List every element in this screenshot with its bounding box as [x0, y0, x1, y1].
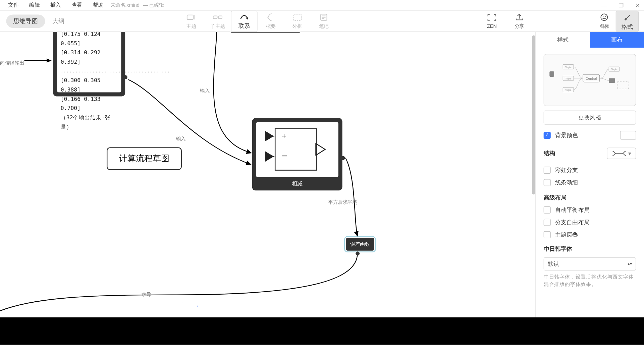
svg-text:Topic: Topic	[565, 77, 572, 80]
menu-bar: 文件 编辑 插入 查看 帮助 未命名.xmind — 已编辑 — ❐ ✕	[0, 0, 644, 11]
svg-rect-2	[218, 16, 222, 18]
smiley-icon	[599, 13, 609, 21]
btn-zen[interactable]: ZEN	[480, 11, 503, 32]
chk-overlap[interactable]	[544, 231, 551, 238]
svg-text:Topic: Topic	[611, 68, 618, 71]
input-arrow-minus-icon	[265, 151, 278, 162]
label-advanced: 高级布局	[544, 194, 636, 202]
structure-select[interactable]: ▾	[607, 147, 636, 159]
letterbox	[0, 317, 644, 345]
menu-file[interactable]: 文件	[3, 1, 24, 9]
label-input-1: 输入	[200, 87, 210, 94]
menu-edit[interactable]: 编辑	[24, 1, 45, 9]
label-structure: 结构	[544, 149, 555, 158]
format-sidebar: 样式 画布 Central Topic Topic Topic Topic 更换…	[535, 32, 644, 333]
tab-mindmap[interactable]: 思维导图	[6, 14, 45, 28]
menu-insert[interactable]: 插入	[45, 1, 66, 9]
video-subtitle: 误差函数是均方误差	[0, 297, 426, 320]
updown-icon: ▴▾	[628, 262, 632, 266]
vertical-scrollbar[interactable]	[531, 32, 535, 333]
btn-boundary[interactable]: 外框	[284, 11, 311, 32]
svg-text:Topic: Topic	[565, 88, 572, 92]
plus-icon: +	[282, 132, 286, 141]
label-taper: 线条渐细	[555, 179, 578, 187]
label-bgcolor: 背景颜色	[555, 131, 578, 139]
svg-point-6	[603, 16, 604, 17]
canvas[interactable]: [0.175 0.124 0.055] [0.314 0.292 0.392] …	[0, 32, 535, 333]
minus-icon: −	[282, 150, 287, 162]
tensor-ellipsis: ......................................	[61, 66, 118, 76]
chk-auto[interactable]	[544, 206, 551, 214]
svg-text:Topic: Topic	[565, 65, 572, 68]
menu-help[interactable]: 帮助	[88, 1, 109, 9]
label-forward-output: 向传播输出	[0, 60, 24, 66]
btn-format[interactable]: 格式	[616, 11, 639, 32]
document-name: 未命名.xmind	[111, 2, 140, 8]
btn-subtopic[interactable]: 子主题	[204, 11, 231, 32]
svg-rect-0	[187, 15, 193, 19]
label-auto: 自动平衡布局	[555, 206, 590, 214]
btn-topic[interactable]: 主题	[178, 11, 204, 32]
subtract-caption: 相减	[252, 180, 342, 187]
notes-icon	[319, 13, 329, 21]
toolbar: 思维导图 大纲 主题 子主题 联系 概要 外框 笔记	[0, 11, 644, 32]
window-minimize-icon[interactable]: —	[601, 2, 608, 9]
label-square-mean: 平方后求平均	[328, 199, 357, 205]
chk-bgcolor[interactable]	[544, 132, 551, 139]
cjk-font-select[interactable]: 默认 ▴▾	[544, 257, 636, 270]
relation-icon	[239, 13, 249, 20]
zen-icon	[487, 14, 497, 22]
label-rainbow: 彩虹分支	[555, 166, 578, 174]
port[interactable]	[341, 156, 345, 160]
chk-free[interactable]	[544, 219, 551, 226]
chk-taper[interactable]	[544, 179, 551, 186]
svg-text:Central: Central	[586, 77, 597, 80]
port[interactable]	[123, 75, 127, 79]
svg-rect-21	[609, 78, 615, 83]
tensor-row-3: [0.306 0.305 0.388]	[61, 75, 118, 94]
svg-rect-3	[293, 14, 301, 20]
tab-outline[interactable]: 大纲	[45, 14, 72, 28]
node-subtract[interactable]: + − 相减	[252, 118, 342, 190]
document-status: — 已编辑	[143, 2, 164, 8]
menu-view[interactable]: 查看	[66, 1, 88, 9]
port[interactable]	[356, 251, 360, 255]
btn-summary[interactable]: 概要	[257, 11, 284, 32]
cjk-help: 中日韩字体，设置后将优化与西文字体混合排版的字体效果。	[544, 273, 636, 288]
sidebar-tab-style[interactable]: 样式	[536, 32, 590, 48]
output-arrow-icon	[315, 143, 328, 156]
theme-thumbnail[interactable]: Central Topic Topic Topic Topic	[544, 54, 636, 106]
tensor-row-2: [0.314 0.292 0.392]	[61, 48, 118, 66]
window-maximize-icon[interactable]: ❐	[618, 2, 625, 9]
brush-icon	[622, 13, 632, 21]
tensor-row-1: [0.175 0.124 0.055]	[61, 32, 118, 48]
bgcolor-swatch[interactable]	[620, 131, 636, 139]
svg-rect-10	[550, 71, 554, 76]
change-style-button[interactable]: 更换风格	[544, 111, 636, 125]
window-close-icon[interactable]: ✕	[634, 2, 641, 9]
summary-icon	[266, 13, 276, 21]
share-icon	[515, 13, 524, 21]
node-output-tensor[interactable]: [0.175 0.124 0.055] [0.314 0.292 0.392] …	[53, 32, 125, 97]
svg-point-7	[605, 16, 606, 17]
label-input-2: 输入	[176, 136, 186, 142]
input-arrow-plus-icon	[265, 131, 278, 141]
svg-rect-1	[213, 16, 217, 18]
structure-icon	[611, 150, 627, 156]
label-derivative: 求导	[142, 291, 151, 298]
sidebar-tab-canvas[interactable]: 画布	[590, 32, 644, 48]
btn-notes[interactable]: 笔记	[311, 11, 337, 32]
btn-iconlib[interactable]: 图标	[593, 11, 616, 32]
btn-relation[interactable]: 联系	[231, 11, 257, 32]
node-flow-sketch[interactable]: 计算流程草图	[107, 147, 182, 170]
chk-rainbow[interactable]	[544, 167, 551, 174]
topic-icon	[186, 13, 196, 21]
svg-rect-9	[230, 32, 301, 33]
node-error-function[interactable]: 误差函数	[346, 238, 374, 250]
btn-share[interactable]: 分享	[508, 11, 531, 32]
tensor-row-4: [0.166 0.133 0.700]	[61, 94, 118, 113]
label-overlap: 主题层叠	[555, 231, 578, 239]
tensor-caption: （32个输出结果-张量）	[61, 113, 118, 131]
svg-rect-22	[618, 81, 629, 89]
boundary-icon	[292, 13, 302, 21]
